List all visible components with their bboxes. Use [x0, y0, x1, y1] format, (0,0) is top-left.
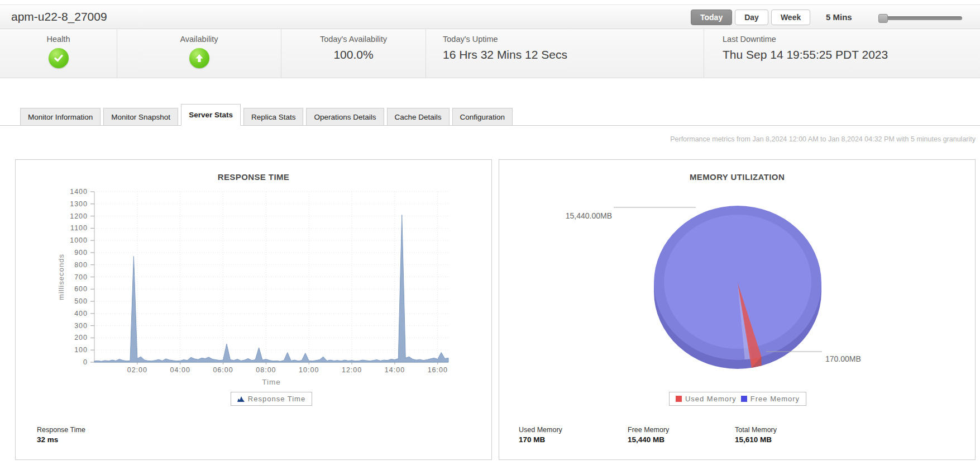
- svg-text:milliseconds: milliseconds: [57, 254, 65, 300]
- todays-uptime-cell: Today's Uptime 16 Hrs 32 Mins 12 Secs: [426, 29, 704, 78]
- free-memory-swatch-icon: [741, 396, 747, 402]
- todays-availability-label: Today's Availability: [281, 35, 426, 44]
- svg-text:400: 400: [74, 310, 88, 317]
- legend-label: Response Time: [248, 395, 305, 403]
- svg-text:800: 800: [74, 261, 88, 269]
- tab-replica-stats[interactable]: Replica Stats: [243, 108, 304, 126]
- monitor-title: apm-u22-8_27009: [11, 10, 107, 23]
- summary-value: 15,440 MB: [628, 435, 669, 444]
- tab-bar: Monitor Information Monitor Snapshot Ser…: [0, 103, 980, 126]
- period-button-day[interactable]: Day: [735, 10, 768, 25]
- used-memory-callout: 170.00MB: [825, 354, 861, 363]
- tab-operations-details[interactable]: Operations Details: [306, 108, 384, 126]
- todays-uptime-label: Today's Uptime: [443, 35, 704, 44]
- health-label: Health: [0, 35, 117, 44]
- svg-text:10:00: 10:00: [299, 366, 319, 374]
- summary-value: 32 ms: [37, 435, 85, 444]
- svg-text:200: 200: [74, 334, 88, 342]
- response-time-legend: Response Time: [231, 392, 312, 406]
- x-axis-title: Time: [94, 378, 448, 386]
- legend-label-free: Free Memory: [750, 395, 800, 403]
- svg-text:1400: 1400: [70, 188, 88, 196]
- tab-monitor-snapshot[interactable]: Monitor Snapshot: [103, 108, 178, 126]
- svg-text:300: 300: [74, 322, 88, 330]
- period-button-week[interactable]: Week: [771, 10, 810, 25]
- total-memory-summary: Total Memory 15,610 MB: [735, 426, 777, 444]
- last-downtime-cell: Last Downtime Thu Sep 14 19:55:25 PDT 20…: [704, 29, 980, 78]
- used-memory-summary: Used Memory 170 MB: [519, 426, 562, 444]
- summary-label: Free Memory: [628, 426, 669, 434]
- todays-uptime-value: 16 Hrs 32 Mins 12 Secs: [443, 48, 704, 61]
- summary-label: Used Memory: [519, 426, 562, 434]
- performance-metrics-note: Performance metrics from Jan 8,2024 12:0…: [670, 135, 976, 143]
- health-cell: Health: [0, 29, 117, 78]
- svg-text:1100: 1100: [70, 224, 88, 232]
- tab-cache-details[interactable]: Cache Details: [387, 108, 450, 126]
- svg-text:14:00: 14:00: [385, 366, 405, 374]
- response-time-chart: 02:0004:0006:0008:0010:0012:0014:0016:00…: [16, 183, 493, 378]
- last-downtime-value: Thu Sep 14 19:55:25 PDT 2023: [723, 48, 980, 61]
- availability-up-icon: [189, 48, 209, 68]
- response-time-title: RESPONSE TIME: [16, 172, 491, 182]
- svg-text:16:00: 16:00: [428, 366, 448, 374]
- summary-label: Response Time: [37, 426, 85, 434]
- availability-label: Availability: [117, 35, 281, 44]
- granularity-slider[interactable]: [879, 16, 962, 20]
- response-time-legend-row: Response Time: [94, 392, 448, 406]
- svg-text:12:00: 12:00: [342, 366, 362, 374]
- memory-utilization-panel: MEMORY UTILIZATION 15,440.00MB 170.00MB …: [499, 159, 976, 460]
- svg-text:1000: 1000: [70, 236, 88, 244]
- tab-server-stats[interactable]: Server Stats: [181, 104, 241, 126]
- tab-monitor-information[interactable]: Monitor Information: [20, 108, 101, 126]
- legend-label-used: Used Memory: [685, 395, 737, 403]
- svg-text:500: 500: [74, 297, 88, 305]
- svg-text:02:00: 02:00: [127, 366, 147, 374]
- response-time-summary: Response Time 32 ms: [37, 426, 85, 444]
- svg-text:600: 600: [74, 285, 88, 293]
- memory-legend: Used Memory Free Memory: [669, 392, 806, 406]
- free-memory-callout: 15,440.00MB: [533, 211, 612, 220]
- svg-text:08:00: 08:00: [256, 366, 276, 374]
- status-band: Health Availability Today's Availability…: [0, 29, 980, 78]
- used-memory-swatch-icon: [676, 396, 682, 402]
- title-bar: apm-u22-8_27009 Today Day Week 5 Mins: [0, 4, 980, 29]
- svg-text:0: 0: [83, 358, 88, 366]
- svg-text:06:00: 06:00: [213, 366, 233, 374]
- todays-availability-cell: Today's Availability 100.0%: [281, 29, 426, 78]
- todays-availability-value: 100.0%: [281, 48, 426, 61]
- svg-text:100: 100: [74, 346, 88, 354]
- health-ok-icon: [49, 48, 69, 68]
- svg-text:900: 900: [74, 249, 88, 257]
- svg-text:1200: 1200: [70, 212, 88, 220]
- free-memory-summary: Free Memory 15,440 MB: [628, 426, 669, 444]
- svg-text:700: 700: [74, 273, 88, 281]
- period-button-today[interactable]: Today: [691, 10, 732, 25]
- summary-value: 15,610 MB: [735, 435, 777, 444]
- summary-label: Total Memory: [735, 426, 777, 434]
- response-time-panel: RESPONSE TIME 02:0004:0006:0008:0010:001…: [15, 159, 492, 460]
- svg-text:04:00: 04:00: [170, 366, 190, 374]
- slider-thumb-icon[interactable]: [878, 14, 888, 23]
- availability-cell: Availability: [117, 29, 281, 78]
- server-stats-page: apm-u22-8_27009 Today Day Week 5 Mins He…: [0, 0, 980, 474]
- memory-utilization-title: MEMORY UTILIZATION: [499, 172, 975, 182]
- period-button-group: Today Day Week: [691, 10, 810, 25]
- area-series-icon: [237, 396, 245, 402]
- summary-value: 170 MB: [519, 435, 562, 444]
- granularity-label: 5 Mins: [826, 12, 852, 22]
- last-downtime-label: Last Downtime: [723, 35, 980, 44]
- memory-legend-row: Used Memory Free Memory: [499, 392, 976, 406]
- tab-configuration[interactable]: Configuration: [452, 108, 513, 126]
- svg-text:1300: 1300: [70, 200, 88, 208]
